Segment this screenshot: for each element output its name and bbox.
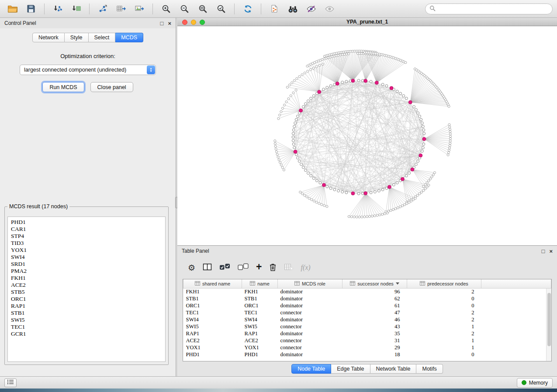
cell-succ[interactable]: 43: [343, 323, 407, 330]
cell-role[interactable]: connector: [278, 309, 343, 316]
mcds-result-item[interactable]: SWI4: [11, 254, 162, 261]
cell-name[interactable]: STB1: [242, 295, 278, 302]
cell-succ[interactable]: 46: [343, 316, 407, 323]
network-view[interactable]: [177, 26, 557, 245]
cell-filler[interactable]: [481, 351, 551, 358]
mcds-result-item[interactable]: STB1: [11, 309, 162, 316]
task-history-button[interactable]: [4, 378, 17, 387]
table-row[interactable]: YOX1YOX1connector291: [183, 344, 551, 351]
toggle-graphics-details-button[interactable]: [303, 2, 319, 16]
mcds-result-item[interactable]: RAP1: [11, 303, 162, 309]
cell-name[interactable]: ACE2: [242, 337, 278, 344]
cell-succ[interactable]: 61: [343, 302, 407, 309]
column-selector-button[interactable]: [203, 263, 212, 272]
table-row[interactable]: ORC1ORC1dominator610: [183, 302, 551, 309]
cell-succ[interactable]: 62: [343, 295, 407, 302]
close-window-button[interactable]: [182, 20, 187, 25]
table-row[interactable]: SWI5SWI5connector431: [183, 323, 551, 330]
mcds-result-item[interactable]: GCR1: [11, 330, 162, 337]
cell-filler[interactable]: [481, 288, 551, 295]
table-row[interactable]: TEC1TEC1connector472: [183, 309, 551, 316]
tab-select[interactable]: Select: [89, 33, 116, 42]
export-network-button[interactable]: [94, 2, 111, 16]
tab-network[interactable]: Network: [32, 33, 65, 42]
close-panel-icon[interactable]: ×: [168, 21, 171, 26]
cell-role[interactable]: connector: [278, 323, 343, 330]
cell-succ[interactable]: 35: [343, 330, 407, 337]
table-row[interactable]: STB1STB1dominator620: [183, 295, 551, 302]
cell-filler[interactable]: [481, 309, 551, 316]
column-header-shared-name[interactable]: shared name: [183, 279, 242, 288]
cell-pred[interactable]: 2: [407, 316, 481, 323]
table-row[interactable]: PHD1PHD1dominator180: [183, 351, 551, 358]
cell-succ[interactable]: 29: [343, 344, 407, 351]
cell-pred[interactable]: 2: [407, 288, 481, 295]
optimization-criterion-select[interactable]: largest connected component (undirected)…: [20, 65, 156, 75]
mcds-result-item[interactable]: SWI5: [11, 316, 162, 323]
cell-succ[interactable]: 47: [343, 309, 407, 316]
float-panel-icon[interactable]: □: [542, 248, 545, 254]
cell-shared[interactable]: ACE2: [183, 337, 242, 344]
cell-role[interactable]: connector: [278, 344, 343, 351]
mcds-result-item[interactable]: TEC1: [11, 323, 162, 330]
mcds-result-item[interactable]: ACE2: [11, 282, 162, 289]
mcds-result-item[interactable]: YOX1: [11, 247, 162, 254]
run-mcds-button[interactable]: Run MCDS: [42, 82, 84, 92]
cell-role[interactable]: connector: [278, 337, 343, 344]
deselect-all-button[interactable]: [238, 263, 249, 272]
column-header-mcds-role[interactable]: MCDS role: [278, 279, 343, 288]
cell-shared[interactable]: PHD1: [183, 351, 242, 358]
table-row[interactable]: ACE2ACE2connector311: [183, 337, 551, 344]
import-table-button[interactable]: [68, 2, 84, 16]
cell-filler[interactable]: [481, 344, 551, 351]
export-document-button[interactable]: [266, 2, 283, 16]
cell-pred[interactable]: 0: [407, 351, 481, 358]
cell-name[interactable]: RAP1: [242, 330, 278, 337]
table-scrollbar[interactable]: [546, 289, 551, 361]
create-column-button[interactable]: +: [256, 262, 262, 272]
cell-shared[interactable]: ORC1: [183, 302, 242, 309]
cell-shared[interactable]: FKH1: [183, 288, 242, 295]
cell-name[interactable]: ORC1: [242, 302, 278, 309]
mcds-result-item[interactable]: STB5: [11, 289, 162, 296]
cell-shared[interactable]: SWI5: [183, 323, 242, 330]
cell-name[interactable]: SWI4: [242, 316, 278, 323]
cell-filler[interactable]: [481, 302, 551, 309]
table-row[interactable]: RAP1RAP1dominator352: [183, 330, 551, 337]
cell-pred[interactable]: 0: [407, 295, 481, 302]
close-panel-icon[interactable]: ×: [549, 248, 553, 254]
mcds-result-list[interactable]: PHD1CAR1STP4TID3YOX1SWI4SRD1PMA2FKH1ACE2…: [7, 217, 166, 362]
delete-column-button[interactable]: [269, 263, 277, 272]
cell-pred[interactable]: 1: [407, 323, 481, 330]
cell-pred[interactable]: 1: [407, 344, 481, 351]
cell-name[interactable]: SWI5: [242, 323, 278, 330]
cell-filler[interactable]: [481, 323, 551, 330]
table-scrollbar-thumb[interactable]: [547, 293, 551, 346]
select-all-button[interactable]: [219, 263, 230, 272]
mcds-result-item[interactable]: PMA2: [11, 268, 162, 275]
mcds-result-item[interactable]: ORC1: [11, 296, 162, 303]
mcds-result-item[interactable]: CAR1: [11, 226, 162, 233]
cell-pred[interactable]: 1: [407, 337, 481, 344]
column-header-name[interactable]: name: [242, 279, 278, 288]
function-builder-button[interactable]: f(x): [301, 264, 310, 272]
mcds-result-item[interactable]: SRD1: [11, 261, 162, 268]
cell-name[interactable]: TEC1: [242, 309, 278, 316]
search-box[interactable]: [425, 3, 553, 14]
tab-network-table[interactable]: Network Table: [370, 364, 417, 374]
cell-role[interactable]: dominator: [278, 295, 343, 302]
mcds-result-item[interactable]: TID3: [11, 240, 162, 247]
cell-shared[interactable]: YOX1: [183, 344, 242, 351]
float-panel-icon[interactable]: □: [160, 21, 164, 26]
zoom-window-button[interactable]: [200, 20, 205, 25]
tab-mcds[interactable]: MCDS: [115, 33, 143, 42]
zoom-out-button[interactable]: [176, 2, 193, 16]
cell-shared[interactable]: RAP1: [183, 330, 242, 337]
save-session-button[interactable]: [23, 2, 39, 16]
cell-filler[interactable]: [481, 330, 551, 337]
column-header-predecessor-nodes[interactable]: predecessor nodes: [407, 279, 481, 288]
tab-style[interactable]: Style: [65, 33, 89, 42]
tab-motifs[interactable]: Motifs: [416, 364, 443, 374]
open-session-button[interactable]: [4, 2, 21, 16]
refresh-button[interactable]: [239, 2, 256, 16]
